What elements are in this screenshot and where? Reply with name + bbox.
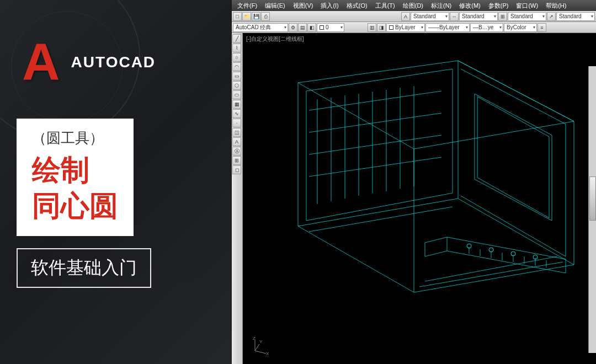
menu-draw[interactable]: 绘图(D)	[400, 1, 427, 10]
svg-line-8	[309, 91, 441, 110]
promo-panel: A AUTOCAD （圆工具） 绘制 同心圆 软件基础入门	[0, 0, 232, 364]
tb-props-icon[interactable]: ≡	[538, 23, 546, 32]
tb-workspace-gear-icon[interactable]: ⚙	[289, 23, 297, 32]
logo-row: A AUTOCAD	[22, 36, 156, 88]
menu-parametric[interactable]: 参数(P)	[485, 1, 512, 10]
menu-help[interactable]: 帮助(H)	[542, 1, 570, 10]
dimstyle-dropdown[interactable]: Standard	[459, 12, 498, 21]
linetype-dropdown[interactable]: ——ByLayer	[425, 23, 470, 32]
tb-annotation-icon[interactable]: A	[401, 12, 410, 21]
autocad-logo-icon: A	[22, 36, 60, 88]
tb-save-icon[interactable]: 💾	[252, 12, 260, 21]
tool-block-icon[interactable]: ◫	[232, 128, 241, 137]
menu-modify[interactable]: 修改(M)	[456, 1, 484, 10]
title-line-2: 同心圆	[32, 188, 118, 224]
title-line-1: 绘制	[32, 152, 118, 188]
ucs-y-label: Y	[259, 339, 263, 344]
svg-line-11	[309, 157, 441, 176]
tb-layer2-icon[interactable]: ◧	[307, 23, 316, 32]
tool-spline-icon[interactable]: ∿	[232, 109, 241, 118]
menubar: 文件(F) 编辑(E) 视图(V) 插入(I) 格式(O) 工具(T) 绘图(D…	[232, 0, 596, 11]
tool-hatch-icon[interactable]: ▦	[232, 100, 241, 109]
wireframe-model	[259, 55, 579, 320]
tb-open-icon[interactable]: 📁	[242, 12, 251, 21]
menu-view[interactable]: 视图(V)	[290, 1, 317, 10]
tb-new-icon[interactable]: □	[233, 12, 242, 21]
tool-ellipse-icon[interactable]: ⬭	[232, 90, 241, 99]
textstyle-dropdown[interactable]: Standard	[411, 12, 449, 21]
menu-file[interactable]: 文件(F)	[234, 1, 260, 10]
tb-layerstate-icon[interactable]: ▥	[368, 23, 376, 32]
svg-line-27	[255, 351, 266, 354]
tool-rectangle-icon[interactable]: ▭	[232, 72, 241, 81]
layer-dropdown[interactable]: 0	[317, 23, 344, 32]
svg-line-24	[419, 262, 563, 287]
workspace-dropdown[interactable]: AutoCAD 经典	[233, 23, 288, 32]
tool-mtext-icon[interactable]: Ⓐ	[232, 147, 241, 156]
tool-label: （圆工具）	[32, 129, 118, 148]
menu-insert[interactable]: 插入(I)	[317, 1, 342, 10]
svg-line-26	[309, 207, 453, 232]
intro-text: 软件基础入门	[31, 256, 137, 280]
tool-polyline-icon[interactable]: ⌇	[232, 44, 241, 52]
menu-dimension[interactable]: 标注(N)	[428, 1, 455, 10]
viewport-label[interactable]: [-]自定义视图[二维线框]	[246, 35, 304, 43]
ucs-x-label: X	[266, 351, 269, 356]
tool-circle-icon[interactable]: ○	[232, 53, 241, 62]
menu-window[interactable]: 窗口(W)	[513, 1, 541, 10]
menu-tools[interactable]: 工具(T)	[372, 1, 398, 10]
canvas-area: ╱ ⌇ ○ ◠ ▭ ⬡ ⬭ ▦ ∿ · ◫ A Ⓐ ⊞ ◻ [-]自定义视图[二…	[232, 33, 596, 364]
tb-layeriso-icon[interactable]: ◨	[377, 23, 386, 32]
autocad-wordmark: AUTOCAD	[71, 53, 156, 71]
ucs-indicator[interactable]: X Y Z	[249, 334, 272, 357]
tool-line-icon[interactable]: ╱	[232, 34, 241, 43]
lineweight-dropdown[interactable]: —B…ye	[470, 23, 503, 32]
autocad-window: 文件(F) 编辑(E) 视图(V) 插入(I) 格式(O) 工具(T) 绘图(D…	[232, 0, 596, 364]
tb-dim-icon[interactable]: ↔	[450, 12, 459, 21]
intro-card: 软件基础入门	[17, 248, 151, 288]
menu-edit[interactable]: 编辑(E)	[262, 1, 289, 10]
tool-polygon-icon[interactable]: ⬡	[232, 81, 241, 90]
vertical-scrollbar[interactable]	[588, 66, 596, 353]
tb-mleader-icon[interactable]: ↗	[547, 12, 556, 21]
tb-print-icon[interactable]: ⎙	[261, 12, 270, 21]
tool-arc-icon[interactable]: ◠	[232, 62, 241, 71]
svg-line-25	[425, 256, 557, 281]
tb-table-icon[interactable]: ⊞	[498, 12, 507, 21]
vertical-scrollbar-thumb[interactable]	[589, 176, 596, 221]
tool-table-icon[interactable]: ⊞	[232, 156, 241, 165]
menu-format[interactable]: 格式(O)	[343, 1, 371, 10]
plotstyle-dropdown[interactable]: ByColor	[504, 23, 537, 32]
svg-line-28	[255, 344, 259, 351]
toolbar-properties: AutoCAD 经典 ⚙ ▤ ◧ 0 ▥ ◨ ByLayer ——ByLayer…	[232, 22, 596, 33]
color-dropdown[interactable]: ByLayer	[386, 23, 425, 32]
toolbar-styles: □ 📁 💾 ⎙ A Standard ↔ Standard ⊞ Standard…	[232, 11, 596, 22]
ucs-z-label: Z	[253, 336, 256, 341]
draw-toolbar: ╱ ⌇ ○ ◠ ▭ ⬡ ⬭ ▦ ∿ · ◫ A Ⓐ ⊞ ◻	[232, 33, 243, 364]
tool-region-icon[interactable]: ◻	[232, 165, 241, 174]
tablestyle-dropdown[interactable]: Standard	[508, 12, 546, 21]
svg-line-10	[309, 135, 441, 154]
svg-line-9	[309, 113, 441, 132]
tool-point-icon[interactable]: ·	[232, 119, 241, 127]
tool-text-icon[interactable]: A	[232, 137, 241, 146]
tb-layer1-icon[interactable]: ▤	[298, 23, 307, 32]
title-card: （圆工具） 绘制 同心圆	[17, 119, 134, 236]
drawing-canvas[interactable]: [-]自定义视图[二维线框]	[243, 33, 596, 364]
mleaderstyle-dropdown[interactable]: Standard	[556, 12, 595, 21]
